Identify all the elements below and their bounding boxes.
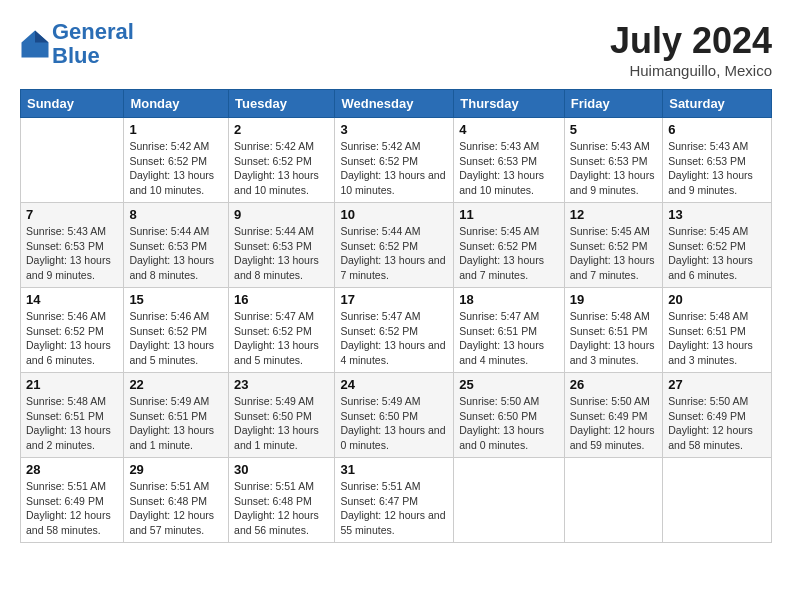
day-number: 19 [570,292,657,307]
day-number: 31 [340,462,448,477]
logo: General Blue [20,20,134,68]
table-row: 16Sunrise: 5:47 AM Sunset: 6:52 PM Dayli… [229,288,335,373]
day-info: Sunrise: 5:49 AM Sunset: 6:51 PM Dayligh… [129,394,223,453]
location: Huimanguillo, Mexico [610,62,772,79]
calendar-week-row: 28Sunrise: 5:51 AM Sunset: 6:49 PM Dayli… [21,458,772,543]
day-info: Sunrise: 5:43 AM Sunset: 6:53 PM Dayligh… [459,139,559,198]
logo-icon [20,29,50,59]
table-row: 27Sunrise: 5:50 AM Sunset: 6:49 PM Dayli… [663,373,772,458]
page-header: General Blue July 2024 Huimanguillo, Mex… [20,20,772,79]
col-wednesday: Wednesday [335,90,454,118]
day-number: 25 [459,377,559,392]
day-number: 15 [129,292,223,307]
table-row: 15Sunrise: 5:46 AM Sunset: 6:52 PM Dayli… [124,288,229,373]
day-info: Sunrise: 5:51 AM Sunset: 6:48 PM Dayligh… [234,479,329,538]
day-info: Sunrise: 5:51 AM Sunset: 6:49 PM Dayligh… [26,479,118,538]
day-info: Sunrise: 5:45 AM Sunset: 6:52 PM Dayligh… [459,224,559,283]
day-number: 18 [459,292,559,307]
col-monday: Monday [124,90,229,118]
day-number: 12 [570,207,657,222]
table-row: 14Sunrise: 5:46 AM Sunset: 6:52 PM Dayli… [21,288,124,373]
svg-rect-2 [26,44,44,55]
svg-marker-1 [35,31,49,43]
day-info: Sunrise: 5:42 AM Sunset: 6:52 PM Dayligh… [234,139,329,198]
col-friday: Friday [564,90,662,118]
day-number: 23 [234,377,329,392]
table-row: 10Sunrise: 5:44 AM Sunset: 6:52 PM Dayli… [335,203,454,288]
day-number: 22 [129,377,223,392]
table-row: 12Sunrise: 5:45 AM Sunset: 6:52 PM Dayli… [564,203,662,288]
day-number: 4 [459,122,559,137]
table-row: 22Sunrise: 5:49 AM Sunset: 6:51 PM Dayli… [124,373,229,458]
day-info: Sunrise: 5:45 AM Sunset: 6:52 PM Dayligh… [668,224,766,283]
day-number: 29 [129,462,223,477]
day-number: 30 [234,462,329,477]
day-number: 28 [26,462,118,477]
day-number: 10 [340,207,448,222]
day-info: Sunrise: 5:50 AM Sunset: 6:50 PM Dayligh… [459,394,559,453]
table-row: 9Sunrise: 5:44 AM Sunset: 6:53 PM Daylig… [229,203,335,288]
table-row: 28Sunrise: 5:51 AM Sunset: 6:49 PM Dayli… [21,458,124,543]
table-row: 23Sunrise: 5:49 AM Sunset: 6:50 PM Dayli… [229,373,335,458]
day-number: 7 [26,207,118,222]
table-row: 11Sunrise: 5:45 AM Sunset: 6:52 PM Dayli… [454,203,565,288]
table-row: 19Sunrise: 5:48 AM Sunset: 6:51 PM Dayli… [564,288,662,373]
table-row: 31Sunrise: 5:51 AM Sunset: 6:47 PM Dayli… [335,458,454,543]
day-info: Sunrise: 5:44 AM Sunset: 6:53 PM Dayligh… [234,224,329,283]
logo-text: General Blue [52,20,134,68]
table-row: 6Sunrise: 5:43 AM Sunset: 6:53 PM Daylig… [663,118,772,203]
day-info: Sunrise: 5:47 AM Sunset: 6:51 PM Dayligh… [459,309,559,368]
day-info: Sunrise: 5:49 AM Sunset: 6:50 PM Dayligh… [340,394,448,453]
table-row: 24Sunrise: 5:49 AM Sunset: 6:50 PM Dayli… [335,373,454,458]
day-number: 3 [340,122,448,137]
table-row: 1Sunrise: 5:42 AM Sunset: 6:52 PM Daylig… [124,118,229,203]
table-row: 8Sunrise: 5:44 AM Sunset: 6:53 PM Daylig… [124,203,229,288]
table-row [663,458,772,543]
day-info: Sunrise: 5:44 AM Sunset: 6:53 PM Dayligh… [129,224,223,283]
day-number: 2 [234,122,329,137]
calendar-week-row: 21Sunrise: 5:48 AM Sunset: 6:51 PM Dayli… [21,373,772,458]
table-row: 21Sunrise: 5:48 AM Sunset: 6:51 PM Dayli… [21,373,124,458]
day-info: Sunrise: 5:48 AM Sunset: 6:51 PM Dayligh… [26,394,118,453]
day-info: Sunrise: 5:43 AM Sunset: 6:53 PM Dayligh… [668,139,766,198]
table-row [564,458,662,543]
logo-line1: General [52,19,134,44]
table-row: 18Sunrise: 5:47 AM Sunset: 6:51 PM Dayli… [454,288,565,373]
day-info: Sunrise: 5:48 AM Sunset: 6:51 PM Dayligh… [570,309,657,368]
day-info: Sunrise: 5:50 AM Sunset: 6:49 PM Dayligh… [668,394,766,453]
day-number: 5 [570,122,657,137]
day-number: 21 [26,377,118,392]
day-number: 6 [668,122,766,137]
table-row: 29Sunrise: 5:51 AM Sunset: 6:48 PM Dayli… [124,458,229,543]
table-row [21,118,124,203]
calendar-header-row: Sunday Monday Tuesday Wednesday Thursday… [21,90,772,118]
day-info: Sunrise: 5:47 AM Sunset: 6:52 PM Dayligh… [234,309,329,368]
table-row: 25Sunrise: 5:50 AM Sunset: 6:50 PM Dayli… [454,373,565,458]
day-info: Sunrise: 5:42 AM Sunset: 6:52 PM Dayligh… [340,139,448,198]
month-title: July 2024 [610,20,772,62]
title-block: July 2024 Huimanguillo, Mexico [610,20,772,79]
day-number: 9 [234,207,329,222]
col-tuesday: Tuesday [229,90,335,118]
table-row: 2Sunrise: 5:42 AM Sunset: 6:52 PM Daylig… [229,118,335,203]
table-row: 20Sunrise: 5:48 AM Sunset: 6:51 PM Dayli… [663,288,772,373]
day-info: Sunrise: 5:47 AM Sunset: 6:52 PM Dayligh… [340,309,448,368]
logo-line2: Blue [52,43,100,68]
day-info: Sunrise: 5:46 AM Sunset: 6:52 PM Dayligh… [129,309,223,368]
day-number: 14 [26,292,118,307]
col-saturday: Saturday [663,90,772,118]
day-info: Sunrise: 5:46 AM Sunset: 6:52 PM Dayligh… [26,309,118,368]
table-row: 4Sunrise: 5:43 AM Sunset: 6:53 PM Daylig… [454,118,565,203]
day-number: 20 [668,292,766,307]
day-number: 26 [570,377,657,392]
table-row: 30Sunrise: 5:51 AM Sunset: 6:48 PM Dayli… [229,458,335,543]
day-info: Sunrise: 5:51 AM Sunset: 6:48 PM Dayligh… [129,479,223,538]
day-number: 27 [668,377,766,392]
day-number: 1 [129,122,223,137]
col-thursday: Thursday [454,90,565,118]
day-info: Sunrise: 5:43 AM Sunset: 6:53 PM Dayligh… [570,139,657,198]
day-number: 8 [129,207,223,222]
day-info: Sunrise: 5:48 AM Sunset: 6:51 PM Dayligh… [668,309,766,368]
table-row: 3Sunrise: 5:42 AM Sunset: 6:52 PM Daylig… [335,118,454,203]
table-row: 13Sunrise: 5:45 AM Sunset: 6:52 PM Dayli… [663,203,772,288]
